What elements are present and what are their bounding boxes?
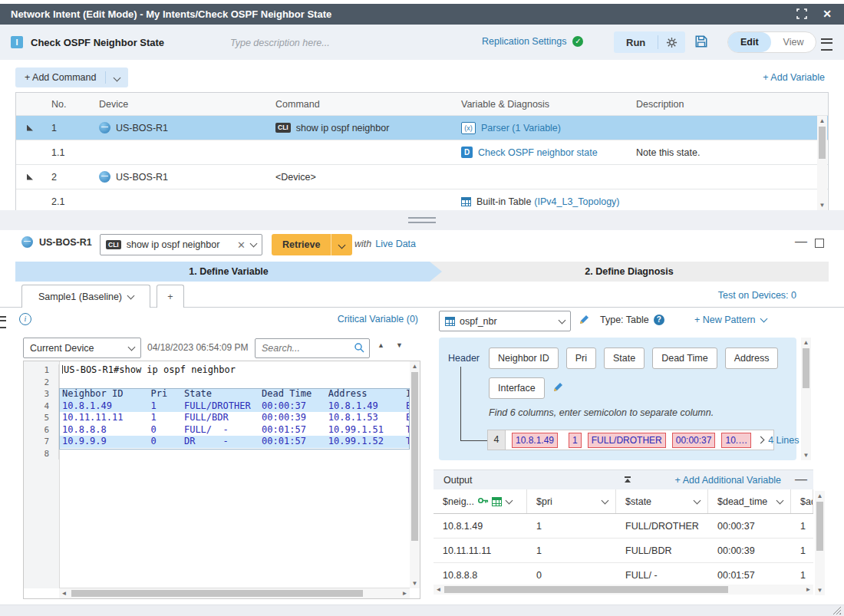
output-row[interactable]: 10.11.11.111FULL/BDR00:00:391 [434,539,813,563]
chevron-down-icon[interactable] [776,496,784,504]
column-chip[interactable]: Neighbor ID [489,348,559,369]
collapse-output-icon[interactable] [624,476,631,483]
pattern-vertical-scrollbar[interactable]: ▲ ▼ [801,338,811,460]
output-col-dead-time[interactable]: $dead_time [708,489,791,513]
source-select[interactable]: Current Device [23,338,141,358]
table-row[interactable]: 1 US-BOS-R1 CLIshow ip ospf neighbor (x)… [16,115,828,140]
chevron-down-icon [760,315,767,323]
info-icon[interactable]: i [19,313,31,325]
panel-splitter[interactable] [0,210,844,230]
output-col-state[interactable]: $state [616,489,708,513]
chevron-down-icon[interactable] [694,496,701,504]
output-vertical-scrollbar[interactable]: ▲ ▼ [815,491,825,595]
output-row[interactable]: 10.8.8.80FULL/ -00:01:571 [434,563,813,585]
output-header-band: Output + Add Additional Variable — [434,469,813,491]
search-icon[interactable] [354,342,364,355]
chevron-down-icon[interactable] [506,496,513,504]
output-header-row: $neig... $pri $state $dead_time $add [434,489,813,514]
view-toggle[interactable]: View [771,32,816,52]
maximize-icon[interactable] [796,8,807,21]
add-command-dropdown-icon[interactable] [106,72,128,83]
column-chip[interactable]: Pri [566,348,596,369]
table-header-row: No. Device Command Variable & Diagnosis … [16,93,828,115]
device-icon [21,236,33,248]
parser-variable-select[interactable]: ospf_nbr [439,311,571,331]
tab-add-sample[interactable]: + [157,285,184,308]
matched-value[interactable]: 10.8.1.49 [512,433,558,448]
table-row[interactable]: 1.1 DCheck OSPF neighbor state Note this… [16,140,828,164]
table-icon [461,197,471,206]
run-button[interactable]: Run [614,37,658,48]
matched-lines-link[interactable]: 4 Lines [768,435,799,446]
column-chip[interactable]: Address [725,348,779,369]
chevron-down-icon[interactable] [128,343,136,351]
description-placeholder[interactable]: Type description here... [230,38,330,48]
chevron-down-icon[interactable] [559,316,566,324]
column-chip[interactable]: Interface [489,377,545,399]
search-box[interactable] [255,338,370,358]
add-variable-link[interactable]: + Add Variable [763,72,825,83]
add-command-button[interactable]: + Add Command [15,68,128,87]
chevron-down-icon[interactable] [602,496,609,504]
column-chip[interactable]: State [604,348,645,369]
retrieve-button[interactable]: Retrieve [272,239,331,250]
collapse-triangle-icon[interactable] [27,174,33,180]
new-pattern-link[interactable]: + New Pattern [694,315,767,325]
type-label: Type: Table ? [600,315,664,325]
editor-vertical-scrollbar[interactable]: ▲ ▼ [410,361,420,588]
matched-value[interactable]: 1 [569,433,582,448]
output-col-address[interactable]: $add [791,489,813,513]
close-icon[interactable]: ✕ [823,8,832,20]
header-menu-icon[interactable] [821,38,832,51]
output-col-neighbor[interactable]: $neig... [434,489,527,513]
matched-value[interactable]: FULL/DROTHER [588,433,666,448]
col-command: Command [269,99,455,110]
parser-menu-icon[interactable] [0,316,6,328]
editor-horizontal-scrollbar[interactable]: ◄ ► [59,588,410,598]
step-define-variable[interactable]: 1. Define Variable [15,262,442,282]
sample-text-editor[interactable]: 1US-BOS-R1#show ip ospf neighbor 2 3Neig… [23,361,420,599]
chevron-down-icon[interactable] [250,240,258,248]
add-additional-variable-link[interactable]: + Add Additional Variable [675,475,781,486]
replication-settings-link[interactable]: Replication Settings ✓ [482,36,583,47]
help-icon[interactable]: ? [654,315,664,325]
search-input[interactable] [260,342,354,354]
save-icon[interactable] [694,35,708,51]
parser-link[interactable]: Parser (1 Variable) [481,123,561,133]
network-intent-dialog: Network Intent (Edit Mode) - My Intents/… [0,0,844,616]
table-vertical-scrollbar[interactable]: ▲ ▼ [817,116,827,210]
expand-lines-icon[interactable] [757,436,765,444]
tab-sample1-baseline[interactable]: Sample1 (Baseline) [21,285,150,308]
output-row[interactable]: 10.8.1.491FULL/DROTHER00:00:371 [434,514,813,539]
output-col-pri[interactable]: $pri [527,489,616,513]
edit-pencil-icon[interactable] [579,315,589,328]
col-no: No. [45,99,93,110]
command-select[interactable]: CLI show ip ospf neighbor ✕ [100,234,262,255]
column-chip[interactable]: Dead Time [652,348,717,369]
critical-variable-link[interactable]: Critical Variable (0) [292,314,418,324]
edit-pencil-icon[interactable] [552,382,563,395]
output-horizontal-scrollbar[interactable]: ◄ ► [434,585,813,595]
search-prev-icon[interactable]: ▲ [377,341,384,349]
diagnosis-link[interactable]: Check OSPF neighbor state [478,147,598,158]
chevron-down-icon[interactable] [127,292,135,299]
builtin-table-link[interactable]: (IPv4_L3_Topology) [534,196,619,207]
search-next-icon[interactable]: ▼ [396,341,403,349]
panel-maximize-icon[interactable] [815,239,824,248]
panel-minimize-icon[interactable]: — [795,236,807,247]
retrieve-dropdown-icon[interactable] [331,239,352,250]
matched-line-row[interactable]: 4 10.8.1.49 1 FULL/DROTHER 00:00:37 10.…… [487,430,774,450]
collapse-triangle-icon[interactable] [27,125,33,131]
clear-icon[interactable]: ✕ [237,239,246,251]
retrieve-button-group: Retrieve [272,234,352,255]
table-row[interactable]: 2 US-BOS-R1 <Device> [16,164,828,189]
matched-value[interactable]: 00:00:37 [672,433,716,448]
run-settings-gear-icon[interactable] [658,37,685,48]
live-data-link[interactable]: Live Data [375,239,416,249]
output-minimize-icon[interactable]: — [795,474,807,485]
test-on-devices-link[interactable]: Test on Devices: 0 [718,290,796,301]
key-icon [477,496,489,508]
edit-toggle[interactable]: Edit [728,32,771,52]
device-icon [99,122,110,133]
matched-value[interactable]: 10.… [721,433,751,448]
